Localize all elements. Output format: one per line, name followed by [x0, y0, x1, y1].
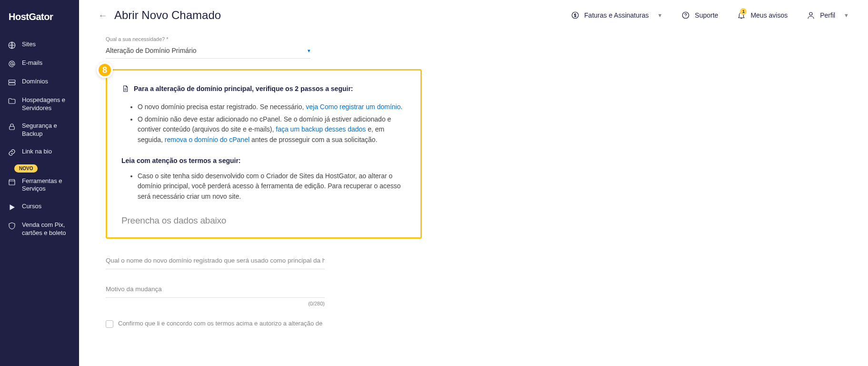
svg-rect-2: [9, 80, 15, 82]
terms-heading: Leia com atenção os termos a seguir:: [121, 157, 406, 164]
chevron-down-icon: ▾: [308, 48, 310, 54]
sidebar: HostGator Sites E-mails Domínios Hospeda…: [0, 0, 79, 366]
remove-cpanel-link[interactable]: remova o domínio do cPanel: [165, 136, 249, 143]
register-domain-link[interactable]: veja Como registrar um domínio: [306, 103, 400, 111]
shield-icon: [8, 222, 16, 230]
confirm-checkbox-label: Confirmo que li e concordo com os termos…: [118, 320, 322, 327]
sidebar-label: Sites: [22, 41, 36, 49]
sidebar-item-seguranca[interactable]: Segurança e Backup: [0, 117, 79, 143]
chevron-down-icon: ▼: [844, 12, 849, 18]
info-steps-list: O novo domínio precisa estar registrado.…: [121, 102, 406, 145]
document-icon: [121, 85, 129, 95]
content: Qual a sua necessidade? * Alteração de D…: [79, 28, 441, 347]
info-heading-text: Para a alteração de domínio principal, v…: [134, 85, 353, 92]
sidebar-label: Domínios: [22, 78, 48, 86]
header-label: Suporte: [695, 11, 718, 19]
terms-list: Caso o site tenha sido desenvolvido com …: [121, 171, 406, 202]
reason-input[interactable]: [106, 281, 325, 298]
lock-icon: [8, 122, 16, 131]
confirm-checkbox[interactable]: [106, 320, 113, 328]
step-number-badge: 8: [97, 62, 113, 78]
backup-link[interactable]: faça um backup desses dados: [276, 125, 366, 133]
fill-title: Preencha os dados abaixo: [121, 215, 406, 226]
svg-rect-4: [10, 126, 15, 130]
need-select-value: Alteração de Domínio Primário: [106, 47, 197, 54]
header-label: Perfil: [820, 11, 835, 19]
list-item: Caso o site tenha sido desenvolvido com …: [138, 171, 406, 202]
sidebar-label: E-mails: [22, 59, 42, 67]
sidebar-item-ferramentas[interactable]: Ferramentas e Serviços: [0, 173, 79, 198]
sidebar-item-cursos[interactable]: Cursos: [0, 198, 79, 216]
folder-icon: [8, 97, 16, 105]
sidebar-label: Segurança e Backup: [22, 122, 71, 138]
at-icon: [8, 60, 16, 68]
brand-logo: HostGator: [0, 9, 79, 36]
char-count: (0/280): [308, 301, 325, 306]
globe-icon: [8, 41, 16, 50]
new-domain-input[interactable]: [106, 252, 325, 269]
need-select[interactable]: Alteração de Domínio Primário ▾: [106, 44, 310, 59]
back-arrow-icon[interactable]: ←: [98, 10, 108, 21]
header-link-profile[interactable]: Perfil ▼: [807, 11, 849, 20]
header-link-notices[interactable]: 1 Meus avisos: [737, 11, 788, 20]
sidebar-label: Hospedagens e Servidores: [22, 96, 71, 112]
svg-point-7: [809, 12, 812, 15]
play-icon: [8, 203, 16, 212]
header-label: Faturas e Assinaturas: [584, 11, 649, 19]
server-icon: [8, 78, 16, 87]
sidebar-item-emails[interactable]: E-mails: [0, 54, 79, 73]
sidebar-label: Cursos: [22, 203, 41, 211]
bell-icon: 1: [737, 11, 746, 20]
header-link-support[interactable]: Suporte: [681, 11, 718, 20]
help-icon: [681, 11, 690, 20]
sidebar-label: Venda com Pix, cartões e boleto: [22, 221, 71, 237]
info-highlight-box: 8 Para a alteração de domínio principal,…: [106, 69, 422, 239]
list-item: O domínio não deve estar adicionado no c…: [138, 114, 406, 145]
header-label: Meus avisos: [750, 11, 788, 19]
sidebar-item-sites[interactable]: Sites: [0, 36, 79, 54]
dollar-icon: [571, 11, 579, 20]
svg-point-1: [10, 62, 13, 65]
novo-badge: NOVO: [14, 164, 38, 173]
sidebar-item-hospedagens[interactable]: Hospedagens e Servidores: [0, 92, 79, 117]
chevron-down-icon: ▼: [657, 12, 662, 18]
sidebar-label: Ferramentas e Serviços: [22, 177, 71, 193]
need-field-label: Qual a sua necessidade? *: [106, 36, 422, 42]
store-icon: [8, 178, 16, 186]
list-item: O novo domínio precisa estar registrado.…: [138, 102, 406, 112]
confirm-checkbox-row[interactable]: Confirmo que li e concordo com os termos…: [106, 320, 422, 328]
sidebar-label: Link na bio: [22, 148, 52, 156]
header-link-billing[interactable]: Faturas e Assinaturas ▼: [571, 11, 662, 20]
page-title: Abrir Novo Chamado: [114, 9, 221, 22]
header: ← Abrir Novo Chamado Faturas e Assinatur…: [79, 0, 868, 28]
link-icon: [8, 148, 16, 157]
sidebar-item-dominios[interactable]: Domínios: [0, 73, 79, 92]
svg-rect-3: [9, 83, 15, 85]
user-icon: [807, 11, 815, 20]
sidebar-item-linkbio[interactable]: Link na bio NOVO: [0, 143, 79, 173]
sidebar-item-vendapix[interactable]: Venda com Pix, cartões e boleto: [0, 216, 79, 242]
info-heading: Para a alteração de domínio principal, v…: [121, 84, 406, 95]
